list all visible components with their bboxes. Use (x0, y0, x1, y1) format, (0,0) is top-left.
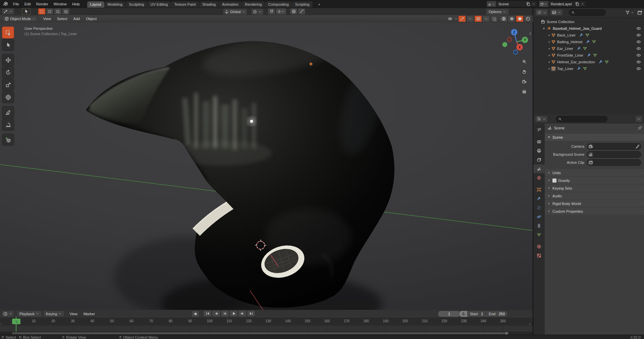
zoom-view-button[interactable] (520, 57, 528, 66)
menu-item[interactable]: File (10, 0, 22, 8)
workspace-tab[interactable]: Sculpting (126, 1, 147, 8)
transport-next-key-button[interactable] (238, 310, 247, 317)
workspace-tab[interactable]: Animation (219, 1, 241, 8)
gizmo-neg-z-ball[interactable] (514, 50, 518, 55)
properties-tab-output[interactable] (533, 146, 545, 155)
timeline-view-menu[interactable]: View (66, 310, 80, 318)
panel-drag-handle[interactable]: :::: (641, 187, 644, 190)
scene-panel-header[interactable]: Scene :::: (545, 134, 644, 141)
properties-tab-scene[interactable] (533, 164, 545, 173)
visibility-dropdown[interactable] (446, 16, 458, 22)
ortho-toggle-button[interactable] (520, 87, 528, 96)
tool-rotate-button[interactable] (2, 66, 14, 78)
camera-view-button[interactable] (520, 77, 528, 86)
eye-icon[interactable] (636, 33, 641, 38)
panel-units[interactable]: Units:::: (545, 169, 644, 176)
gizmo-neg-y-ball[interactable] (502, 42, 507, 47)
disclosure-closed-icon[interactable] (547, 54, 551, 57)
pivot-point-dropdown[interactable] (251, 8, 264, 15)
transport-prev-key-button[interactable] (212, 310, 220, 317)
proportional-falloff-dropdown[interactable] (298, 8, 306, 15)
panel-audio[interactable]: Audio:::: (545, 192, 644, 199)
workspace-tab[interactable]: UV Editing (147, 1, 171, 8)
panel-drag-handle[interactable]: :::: (641, 194, 644, 197)
3d-viewport[interactable]: Z Y X User Perspective (1) Scene Collect… (0, 22, 533, 310)
transport-jump-start-button[interactable] (203, 310, 212, 317)
select-mode-extend[interactable] (46, 8, 54, 15)
frame-start-field[interactable]: Start 1 (467, 312, 486, 316)
tool-select-box-button[interactable] (2, 26, 14, 39)
tool-scale-button[interactable] (2, 79, 14, 91)
eyedropper-icon[interactable] (635, 144, 640, 149)
menu-item[interactable]: Edit (22, 0, 34, 8)
eye-icon[interactable] (636, 26, 641, 31)
panel-rigid-body-world[interactable]: Rigid Body World:::: (545, 200, 644, 207)
playback-dropdown[interactable]: Playback (17, 311, 42, 317)
outliner-search-input[interactable] (569, 9, 606, 16)
viewport-menu-item[interactable]: Object (83, 15, 100, 22)
eye-icon[interactable] (636, 53, 641, 58)
gravity-checkbox[interactable] (552, 179, 556, 183)
new-viewlayer-icon[interactable] (575, 2, 580, 6)
unlink-scene-icon[interactable] (531, 2, 536, 6)
properties-tab-material[interactable] (533, 242, 545, 251)
properties-search-input[interactable] (556, 116, 607, 122)
disclosure-open-icon[interactable] (542, 27, 546, 30)
panel-drag-handle[interactable]: :::: (641, 171, 644, 174)
gizmos-dropdown[interactable] (466, 15, 474, 22)
panel-gravity[interactable]: Gravity:::: (545, 177, 644, 184)
scene-name-field[interactable]: Scene (496, 2, 526, 6)
add-workspace-button[interactable]: + (313, 1, 326, 8)
new-collection-icon[interactable] (637, 10, 643, 15)
sidebar-collapse-arrow[interactable] (528, 31, 533, 36)
properties-nav-dropdown[interactable] (535, 116, 548, 122)
field-input[interactable] (587, 143, 641, 150)
workspace-tab[interactable]: Modeling (105, 1, 126, 8)
pan-view-button[interactable] (520, 67, 528, 76)
viewlayer-name-field[interactable]: RenderLayer (549, 2, 575, 6)
disclosure-closed-icon[interactable] (547, 47, 551, 51)
timeline-marker-menu[interactable]: Marker (80, 310, 98, 318)
playhead-line[interactable] (16, 317, 16, 332)
transport-jump-end-button[interactable] (247, 310, 255, 317)
shading-material-button[interactable] (516, 15, 524, 22)
outliner-row-object[interactable]: Ear_Liner (533, 45, 644, 52)
select-mode-set[interactable] (38, 8, 46, 15)
panel-custom-properties[interactable]: Custom Properties:::: (545, 208, 644, 215)
proportional-editing-toggle[interactable] (290, 8, 298, 15)
field-input[interactable] (587, 159, 641, 166)
properties-tab-particles[interactable] (533, 203, 545, 212)
tool-measure-button[interactable] (2, 119, 14, 131)
disclosure-closed-icon[interactable] (547, 67, 551, 71)
gizmo-neg-x-ball[interactable] (507, 38, 512, 42)
outliner-row-object[interactable]: Back_Liner (533, 32, 644, 39)
tool-annotate-button[interactable] (2, 106, 14, 118)
scrollbar-thumb[interactable] (12, 332, 508, 334)
viewport-menu-item[interactable]: Add (70, 15, 83, 22)
tool-move-button[interactable] (2, 54, 14, 66)
properties-tab-constraint[interactable] (533, 221, 545, 230)
workspace-tab[interactable]: Texture Paint (171, 1, 199, 8)
menu-item[interactable]: Help (69, 0, 83, 8)
outliner-row-parent-object[interactable]: Baseball_Helmet_Jaw_Guard (533, 25, 644, 32)
outliner-row-object[interactable]: Batting_Helmet (533, 39, 644, 45)
eye-icon[interactable] (636, 60, 641, 64)
workspace-tab[interactable]: Compositing (265, 1, 292, 8)
blender-logo-icon[interactable] (3, 1, 8, 7)
outliner-filter-mode-dropdown[interactable] (550, 9, 563, 16)
transport-play-button[interactable] (229, 310, 238, 317)
properties-tab-texture[interactable] (533, 251, 545, 260)
tool-fallback-dropdown[interactable] (2, 8, 14, 15)
properties-tab-data[interactable] (533, 230, 545, 239)
panel-drag-handle[interactable]: :::: (641, 202, 644, 205)
outliner-row-object[interactable]: Helmet_Ear_protection (533, 59, 644, 65)
eye-icon[interactable] (636, 66, 641, 71)
snap-target-dropdown[interactable] (276, 8, 286, 15)
properties-tab-world[interactable] (533, 174, 545, 182)
frame-end-field[interactable]: End 250 (486, 312, 507, 316)
tool-add-cube-button[interactable] (2, 134, 14, 146)
menu-item[interactable]: Render (34, 0, 51, 8)
snap-toggle[interactable] (268, 8, 275, 15)
workspace-tab[interactable]: Rendering (242, 1, 265, 8)
properties-tab-modifier[interactable] (533, 194, 545, 203)
